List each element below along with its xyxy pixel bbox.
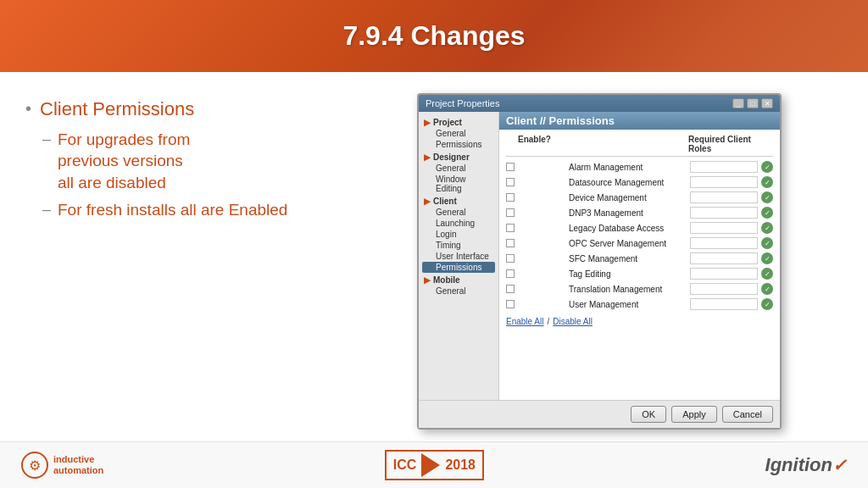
titlebar-buttons: _ □ ✕: [732, 98, 773, 108]
perm-roles-field[interactable]: [690, 207, 758, 219]
sidebar-client-launching[interactable]: Launching: [422, 218, 495, 229]
header: 7.9.4 Changes: [0, 0, 868, 72]
dialog-title: Project Properties: [426, 98, 499, 108]
dialog-titlebar: Project Properties _ □ ✕: [419, 95, 780, 112]
perm-checkbox[interactable]: [506, 224, 515, 232]
sidebar-mobile-header[interactable]: ▶ Mobile: [422, 274, 495, 286]
dialog-section-title: Client // Permissions: [499, 112, 780, 130]
sub-text-1: For upgrades from previous versions all …: [58, 129, 190, 194]
folder-icon-3: ▶: [424, 197, 431, 206]
maximize-button[interactable]: □: [747, 98, 759, 108]
sidebar-client-timing[interactable]: Timing: [422, 240, 495, 251]
perm-roles-field[interactable]: [690, 191, 758, 203]
perm-roles-field[interactable]: [690, 298, 758, 310]
perm-status-icon: ✓: [761, 176, 773, 188]
minimize-button[interactable]: _: [732, 98, 744, 108]
sidebar-group-designer: ▶ Designer General Window Editing: [422, 152, 495, 194]
perm-row: DNP3 Management ✓: [506, 205, 773, 220]
icc-triangle: [421, 453, 440, 477]
perm-name: SFC Management: [569, 254, 690, 263]
sidebar-group-project: ▶ Project General Permissions: [422, 117, 495, 150]
col-name-header: [569, 135, 688, 153]
perm-checkbox[interactable]: [506, 163, 515, 171]
main-content: • Client Permissions – For upgrades from…: [0, 72, 868, 441]
footer-center: ICC 2018: [385, 450, 484, 480]
apply-button[interactable]: Apply: [671, 406, 717, 423]
project-properties-dialog: Project Properties _ □ ✕ ▶ Project: [417, 93, 782, 430]
footer: ⚙ inductive automation ICC 2018 Ignition…: [0, 441, 868, 488]
perm-checkbox[interactable]: [506, 254, 515, 263]
ignition-label: Ignition: [765, 454, 832, 475]
sidebar-designer-header[interactable]: ▶ Designer: [422, 152, 495, 163]
perm-rows-container: Alarm Management ✓ Datasource Management…: [506, 159, 773, 312]
perm-roles-field[interactable]: [690, 237, 758, 249]
perm-roles-field[interactable]: [690, 268, 758, 280]
perm-checkbox[interactable]: [506, 285, 515, 293]
cancel-button[interactable]: Cancel: [722, 406, 773, 423]
perm-checkbox[interactable]: [506, 239, 515, 247]
perm-roles-field[interactable]: [690, 283, 758, 295]
folder-icon-2: ▶: [424, 152, 431, 162]
perm-checkbox[interactable]: [506, 178, 515, 186]
bullets-section: • Client Permissions – For upgrades from…: [25, 89, 356, 433]
sidebar-client-header[interactable]: ▶ Client: [422, 196, 495, 207]
perm-row: Device Management ✓: [506, 190, 773, 205]
dialog-main: Client // Permissions Enable? Required C…: [499, 112, 780, 400]
sidebar-project-permissions[interactable]: Permissions: [422, 139, 495, 150]
perm-checkbox[interactable]: [506, 300, 515, 308]
enable-all-link[interactable]: Enable All: [506, 317, 543, 326]
ignition-check-icon: ✓: [832, 456, 847, 474]
sub-bullet-2: – For fresh installs all are Enabled: [42, 199, 356, 221]
perm-row: Legacy Database Access ✓: [506, 220, 773, 236]
perm-status-icon: ✓: [761, 237, 773, 249]
sidebar-project-general[interactable]: General: [422, 128, 495, 139]
perm-status-icon: ✓: [761, 283, 773, 295]
icc-year: 2018: [445, 458, 476, 473]
page-title: 7.9.4 Changes: [342, 20, 525, 52]
gear-icon: ⚙: [21, 452, 48, 479]
perm-checkbox[interactable]: [506, 193, 515, 202]
sidebar-group-mobile: ▶ Mobile General: [422, 274, 495, 297]
perm-name: Legacy Database Access: [569, 224, 690, 233]
sidebar-designer-window[interactable]: Window Editing: [422, 174, 495, 194]
col-enable-header: Enable?: [518, 135, 569, 153]
perm-roles-field[interactable]: [690, 222, 758, 234]
close-button[interactable]: ✕: [761, 98, 773, 108]
sidebar-client-login[interactable]: Login: [422, 229, 495, 240]
sub-dash-1: –: [42, 130, 51, 148]
sidebar-mobile-general[interactable]: General: [422, 286, 495, 297]
footer-separator: /: [547, 317, 549, 326]
ok-button[interactable]: OK: [631, 406, 666, 423]
perm-name: OPC Server Management: [569, 239, 690, 248]
perm-row: SFC Management ✓: [506, 251, 773, 266]
dialog-sidebar: ▶ Project General Permissions ▶ Designer…: [419, 112, 499, 400]
sidebar-client-general[interactable]: General: [422, 207, 495, 218]
footer-right: Ignition✓: [765, 454, 847, 476]
sidebar-project-header[interactable]: ▶ Project: [422, 117, 495, 128]
perm-row: Translation Management ✓: [506, 281, 773, 297]
sub-bullets: – For upgrades from previous versions al…: [42, 129, 356, 221]
sidebar-client-permissions[interactable]: Permissions: [422, 262, 495, 273]
perm-roles-field[interactable]: [690, 176, 758, 188]
disable-all-link[interactable]: Disable All: [553, 317, 593, 326]
sub-dash-2: –: [42, 201, 51, 219]
perm-name: Tag Editing: [569, 269, 690, 279]
folder-icon: ▶: [424, 118, 431, 127]
sidebar-designer-general[interactable]: General: [422, 163, 495, 174]
perm-checkbox[interactable]: [506, 208, 515, 217]
perm-roles-field[interactable]: [690, 252, 758, 264]
sub-bullet-1: – For upgrades from previous versions al…: [42, 129, 356, 194]
perm-roles-field[interactable]: [690, 161, 758, 173]
perm-status-icon: ✓: [761, 161, 773, 173]
sidebar-group-client: ▶ Client General Launching Login Timing …: [422, 196, 495, 273]
perm-status-icon: ✓: [761, 268, 773, 280]
perm-name: User Management: [569, 300, 690, 309]
folder-icon-4: ▶: [424, 275, 431, 285]
col-icon-header: [756, 135, 773, 153]
perm-row: Alarm Management ✓: [506, 159, 773, 175]
perm-status-icon: ✓: [761, 298, 773, 310]
sidebar-client-userinterface[interactable]: User Interface: [422, 251, 495, 262]
perm-checkbox[interactable]: [506, 269, 515, 278]
perm-row: User Management ✓: [506, 297, 773, 312]
perm-row: Tag Editing ✓: [506, 266, 773, 281]
